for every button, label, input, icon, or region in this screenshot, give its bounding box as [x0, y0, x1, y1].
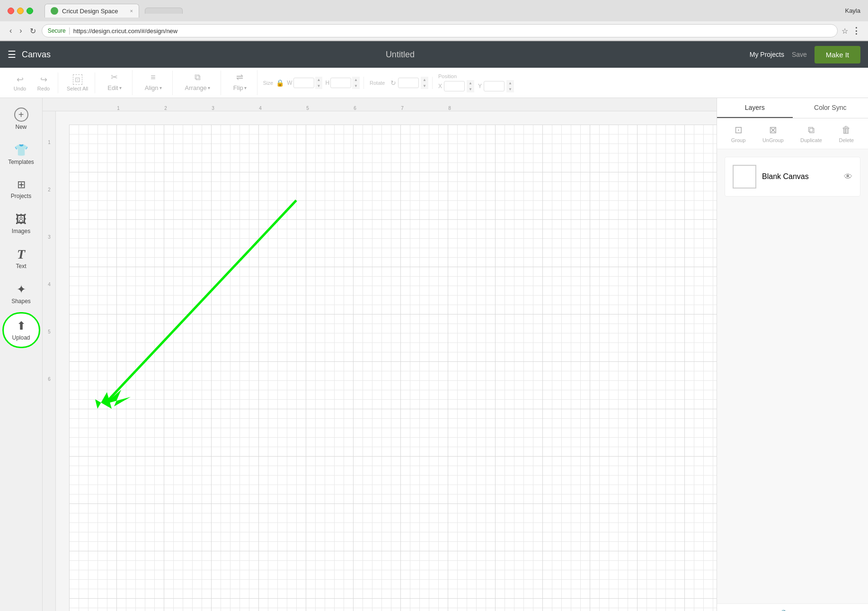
upload-icon: ⬆: [17, 319, 26, 332]
secure-label: Secure: [48, 27, 66, 34]
rotate-up-button[interactable]: ▲: [421, 77, 428, 83]
ruler-mark-4: 4: [237, 106, 284, 111]
sidebar-label-images: Images: [12, 228, 30, 234]
project-title: Untitled: [386, 50, 415, 59]
save-button[interactable]: Save: [792, 51, 807, 58]
arrange-label: Arrange: [185, 84, 207, 91]
undo-button[interactable]: ↩ Undo: [9, 72, 30, 93]
text-icon: T: [17, 248, 25, 261]
undo-redo-group: ↩ Undo ↪ Redo: [6, 72, 58, 93]
tab-favicon: [51, 7, 58, 15]
y-up-button[interactable]: ▲: [506, 80, 514, 86]
canvas-layer-label: Blank Canvas: [762, 172, 809, 181]
h-label: H: [325, 80, 329, 86]
arrange-group: ⧉ Arrange ▾: [175, 71, 221, 95]
make-it-button[interactable]: Make It: [815, 46, 860, 63]
delete-icon: 🗑: [841, 125, 851, 135]
sidebar-item-text[interactable]: T Text: [2, 242, 40, 275]
tab-layers[interactable]: Layers: [717, 98, 793, 118]
design-canvas[interactable]: [69, 125, 717, 611]
tab-close-button[interactable]: ×: [130, 8, 133, 14]
canvas-area[interactable]: 1 2 3 4 5 6 7 8 1 2 3 4 5 6: [43, 98, 717, 611]
minimize-window-button[interactable]: [17, 8, 24, 14]
flip-button[interactable]: ⇌ Flip ▾: [227, 70, 253, 95]
sidebar-item-images[interactable]: 🖼 Images: [2, 207, 40, 240]
ungroup-label: UnGroup: [762, 137, 784, 143]
group-icon: ⊡: [735, 124, 743, 135]
flip-icon: ⇌: [236, 72, 243, 82]
bookmark-star-icon[interactable]: ☆: [841, 27, 848, 36]
forward-button[interactable]: ›: [18, 25, 24, 37]
rotate-icon: ↻: [390, 79, 396, 87]
duplicate-tool[interactable]: ⧉ Duplicate: [800, 125, 822, 143]
arrange-icon: ⧉: [195, 72, 201, 82]
maximize-window-button[interactable]: [27, 8, 33, 14]
shapes-icon: ✦: [17, 283, 26, 296]
align-group: ≡ Align ▾: [134, 71, 173, 95]
refresh-button[interactable]: ↻: [28, 25, 38, 37]
ruler-mark-left-6: 6: [43, 377, 56, 382]
redo-label: Redo: [37, 86, 50, 91]
width-up-button[interactable]: ▲: [315, 77, 323, 83]
height-input[interactable]: [330, 78, 351, 88]
align-button[interactable]: ≡ Align ▾: [138, 71, 168, 95]
active-browser-tab[interactable]: Cricut Design Space ×: [44, 4, 139, 18]
size-label: Size: [263, 80, 273, 86]
group-label: Group: [731, 137, 746, 143]
hamburger-menu-icon[interactable]: ☰: [8, 49, 16, 60]
tab-color-sync[interactable]: Color Sync: [793, 98, 868, 118]
sidebar-item-new[interactable]: + New: [2, 102, 40, 136]
panel-bottom-tools: ⊘ Slice ◑ Weld 📎 Attach ⬇ Flatten ◻ Cont…: [717, 603, 868, 611]
edit-button[interactable]: ✂ Edit ▾: [101, 70, 128, 95]
group-tool[interactable]: ⊡ Group: [731, 124, 746, 143]
rotate-label: Rotate: [370, 80, 389, 86]
sidebar-label-projects: Projects: [11, 193, 31, 199]
ruler-mark-3: 3: [189, 106, 237, 111]
x-input[interactable]: [444, 81, 465, 91]
canvas-layer-item: Blank Canvas 👁: [725, 157, 860, 197]
sidebar-item-shapes[interactable]: ✦ Shapes: [2, 277, 40, 310]
toolbar: ↩ Undo ↪ Redo ⊡ Select All ✂ Edit ▾ ≡ Al…: [0, 68, 868, 98]
visibility-toggle-icon[interactable]: 👁: [844, 172, 852, 182]
x-down-button[interactable]: ▼: [467, 86, 474, 92]
align-label: Align: [145, 84, 159, 91]
arrange-button[interactable]: ⧉ Arrange ▾: [178, 71, 217, 95]
ruler-mark-left-4: 4: [43, 282, 56, 287]
ungroup-tool[interactable]: ⊠ UnGroup: [762, 124, 784, 143]
select-all-icon: ⊡: [73, 74, 82, 85]
url-bar[interactable]: Secure | https://design.cricut.com/#/des…: [42, 24, 838, 37]
sidebar-item-templates[interactable]: 👕 Templates: [2, 138, 40, 171]
delete-tool[interactable]: 🗑 Delete: [839, 125, 854, 143]
inactive-browser-tab[interactable]: [145, 8, 183, 14]
close-window-button[interactable]: [8, 8, 14, 14]
browser-chrome: Cricut Design Space × Kayla ‹ › ↻ Secure…: [0, 0, 868, 41]
ruler-mark-8: 8: [426, 106, 473, 111]
sidebar-item-projects[interactable]: ⊞ Projects: [2, 173, 40, 205]
width-input[interactable]: [293, 78, 314, 88]
my-projects-button[interactable]: My Projects: [750, 51, 784, 58]
size-group: Size 🔒 W ▲ ▼ H ▲ ▼: [259, 77, 364, 89]
width-down-button[interactable]: ▼: [315, 83, 323, 89]
flip-label: Flip: [233, 84, 243, 91]
height-up-button[interactable]: ▲: [352, 77, 360, 83]
back-button[interactable]: ‹: [8, 25, 14, 37]
browser-titlebar: Cricut Design Space × Kayla: [0, 0, 868, 21]
ruler-top: 1 2 3 4 5 6 7 8: [43, 98, 717, 111]
height-down-button[interactable]: ▼: [352, 83, 360, 89]
undo-icon: ↩: [17, 74, 24, 85]
browser-menu-icon[interactable]: ⋮: [852, 26, 860, 36]
ungroup-icon: ⊠: [769, 124, 777, 135]
lock-icon: 🔒: [276, 79, 284, 87]
rotate-input[interactable]: [398, 78, 419, 88]
main-layout: + New 👕 Templates ⊞ Projects 🖼 Images T …: [0, 98, 868, 611]
select-all-button[interactable]: ⊡ Select All: [64, 72, 91, 93]
ruler-mark-left-1: 1: [43, 140, 56, 145]
rotate-down-button[interactable]: ▼: [421, 83, 428, 89]
y-input[interactable]: [484, 81, 505, 91]
sidebar-item-upload[interactable]: ⬆ Upload: [2, 312, 40, 348]
header-center: Untitled: [51, 50, 750, 60]
y-down-button[interactable]: ▼: [506, 86, 514, 92]
redo-button[interactable]: ↪ Redo: [33, 72, 54, 93]
x-up-button[interactable]: ▲: [467, 80, 474, 86]
align-icon: ≡: [151, 72, 156, 82]
